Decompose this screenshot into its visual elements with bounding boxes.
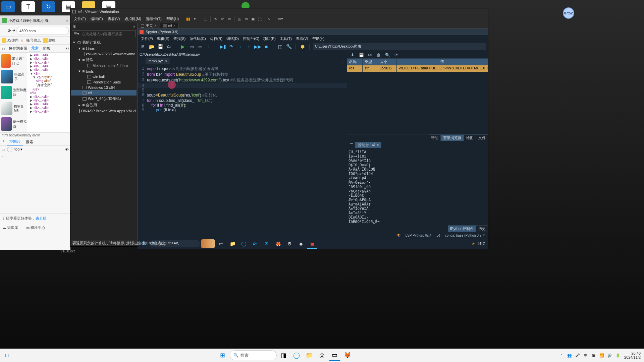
reload-button[interactable]: ⟳ (8, 28, 11, 34)
run-icon[interactable]: ▶ (179, 43, 186, 50)
devtools-breadcrumb[interactable]: html body#skinbody div.m (0, 132, 70, 138)
console-toggle-icon[interactable]: ▭ (2, 147, 5, 152)
url-input[interactable] (16, 27, 69, 35)
tray-wifi-icon[interactable]: 📶 (598, 350, 605, 360)
host-edge-icon[interactable]: ◯ (291, 350, 302, 361)
desktop-icon-zip[interactable]: ↻ (42, 1, 55, 12)
vm-unity-icon[interactable]: ▭▾ (277, 16, 283, 22)
tab-help[interactable]: 帮助 (429, 134, 441, 141)
maximize-icon[interactable]: ◫ (277, 43, 283, 50)
nav-elements[interactable]: 元素 (29, 45, 41, 52)
run-cell-icon[interactable]: ▭ (188, 43, 195, 50)
nav-crawler[interactable]: 爬虫 (41, 45, 52, 52)
tray-chevron-icon[interactable]: ^ (558, 350, 565, 360)
vm-tab-ctf[interactable]: ctf × (160, 23, 179, 28)
guest-widget[interactable] (201, 239, 215, 248)
sidebar-search[interactable]: ☰▾ (72, 31, 136, 37)
tree-item[interactable]: kali-linux-2023.1-vmware-amd (71, 51, 137, 57)
game-thumb[interactable]: 猫里奥M5 (14, 104, 26, 113)
game-thumb[interactable]: 别墅和魔法 (13, 88, 26, 97)
var-saveall-icon[interactable]: 🗂 (367, 52, 373, 58)
tab-plot[interactable]: 绘图 (464, 134, 476, 141)
step-over-icon[interactable]: ↷ (228, 43, 235, 50)
vm-fit2-icon[interactable]: ▭ (243, 16, 249, 22)
vm-fit3-icon[interactable]: ▣ (250, 16, 256, 22)
guest-store-icon[interactable]: 🛍 (250, 239, 260, 249)
tree-item[interactable]: Penetration Suite (71, 79, 137, 85)
desktop-icon-vscode[interactable]: ▭ (1, 1, 15, 12)
menu-edit[interactable]: 编辑(E) (89, 16, 105, 21)
footer-template[interactable]: ▭ 模板中心 (26, 225, 45, 230)
sp-menu-view[interactable]: 查看(V) (294, 36, 310, 41)
sidebar-close-icon[interactable]: × (133, 24, 135, 28)
tree-root[interactable]: ▾🖵我的计算机 (71, 39, 137, 46)
preferences-icon[interactable]: 🔧 (285, 43, 292, 50)
host-taskview-icon[interactable]: ◨ (278, 350, 289, 361)
var-search-icon[interactable]: 🔍 (385, 52, 390, 58)
vm-device-icon[interactable]: 🖵 (202, 16, 208, 22)
editor-options-icon[interactable]: ☰ (341, 59, 347, 63)
nav-save[interactable]: 保存到桌面 (7, 45, 29, 52)
menu-tabs[interactable]: 选项卡(T) (144, 16, 164, 21)
guest-explorer-icon[interactable]: 📁 (227, 239, 237, 249)
tree-item[interactable]: Metasploitable2-Linux (71, 63, 137, 68)
tray-volume-icon[interactable]: 🔊 (606, 350, 613, 360)
console-tab[interactable]: 控制台 1/A × (355, 142, 381, 148)
guest-edge-icon[interactable]: ◯ (239, 239, 249, 249)
new-file-icon[interactable]: 🗎 (140, 43, 146, 50)
guest-weather-icon[interactable]: ☀ (472, 242, 475, 246)
tray-ime[interactable]: 中 (582, 350, 589, 360)
sp-menu-debug[interactable]: 调试(D) (224, 36, 241, 41)
host-clock[interactable]: 20:46 2024/11/2 (622, 351, 643, 359)
tree-item[interactable]: Win 7_64(ctf操作机) (71, 96, 137, 102)
debug-icon[interactable]: ▶▮ (219, 43, 226, 50)
game-thumb[interactable]: 病平模拟器 (13, 119, 26, 129)
bookmark-js[interactable]: JS逆向 (2, 38, 19, 43)
vm-snapshot2-icon[interactable]: ⟳ (219, 16, 225, 22)
editor-tab-close-icon[interactable]: × (165, 59, 167, 63)
status-conda[interactable]: conda: base (Python 3.9.7) (445, 234, 485, 237)
sp-menu-file[interactable]: 文件(F) (139, 36, 155, 41)
site-info-icon[interactable]: ⇄ (12, 28, 15, 34)
editor-tabs-menu-icon[interactable]: ☰ (139, 58, 145, 64)
tree-item[interactable]: ▸自己用 (71, 102, 137, 108)
tab-variable-explorer[interactable]: 变量浏览器 (441, 134, 464, 141)
spyder-titlebar[interactable]: Spyder (Python 3.9) (138, 28, 488, 35)
game-thumb[interactable]: 笨人逃亡日记 (12, 56, 26, 66)
guest-mail-icon[interactable]: ✉ (262, 239, 272, 249)
devtools-elements[interactable]: ▶ <li>…</li> ▶ <li>…</li> ▶ <li>…</li> ▶… (27, 53, 70, 132)
tab-history[interactable]: 历史 (476, 225, 488, 232)
var-delete-icon[interactable]: 🗑 (376, 52, 381, 58)
tree-item[interactable]: ▾tools (71, 68, 137, 74)
host-firefox-icon[interactable]: 🦊 (342, 350, 353, 361)
back-button[interactable]: → (2, 28, 6, 34)
console-output[interactable]: ÇÜ¸²ÌìÌÃ Ìø»÷ÌìÓî ÓÅÅé²è²ÎÌû Ö§ÍÓ¸Ó×»Ö§ … (347, 148, 488, 225)
console-eye-icon[interactable]: 👁 (65, 147, 69, 152)
host-vmware-icon[interactable]: ▭ (329, 350, 340, 361)
console-tab-close-icon[interactable]: × (377, 143, 379, 147)
save-all-icon[interactable]: 🗂 (166, 43, 172, 50)
vm-terminal-icon[interactable]: >_ (267, 16, 273, 22)
guest-firefox-icon[interactable]: 🦊 (273, 239, 283, 249)
guest-taskview-icon[interactable]: ▭ (216, 239, 226, 249)
menu-help[interactable]: 帮助(H) (164, 16, 181, 21)
clock-badge[interactable]: 07:52 (563, 7, 574, 19)
sidebar-search-input[interactable] (80, 32, 136, 36)
console-context[interactable]: top ▾ (14, 147, 22, 152)
status-kite-icon[interactable]: 🪁 (397, 234, 401, 237)
tray-teams-icon[interactable]: 👥 (566, 350, 573, 360)
step-in-icon[interactable]: ↓ (237, 43, 244, 50)
run-cell-next-icon[interactable]: ▭ (197, 43, 204, 50)
devtools-tab-console[interactable]: 控制台 (7, 138, 23, 145)
tree-item[interactable]: ctf (71, 90, 137, 96)
working-dir-input[interactable]: C:\Users\hbzx\Desktop\爬虫 (313, 43, 486, 50)
tab-files[interactable]: 文件 (476, 134, 488, 141)
sp-menu-project[interactable]: 项目(P) (261, 36, 278, 41)
desktop-icon-text[interactable]: T (21, 1, 35, 12)
vm-snapshot-icon[interactable]: ⟲ (213, 16, 219, 22)
open-file-icon[interactable]: 📂 (148, 43, 155, 50)
vm-pause-icon[interactable]: ▮▮ (185, 16, 191, 22)
menu-file[interactable]: 文件(F) (72, 16, 88, 21)
vmware-titlebar[interactable]: ctf - VMware Workstation (70, 8, 488, 15)
bookmark-account[interactable]: ∪账号信息 (21, 38, 41, 43)
